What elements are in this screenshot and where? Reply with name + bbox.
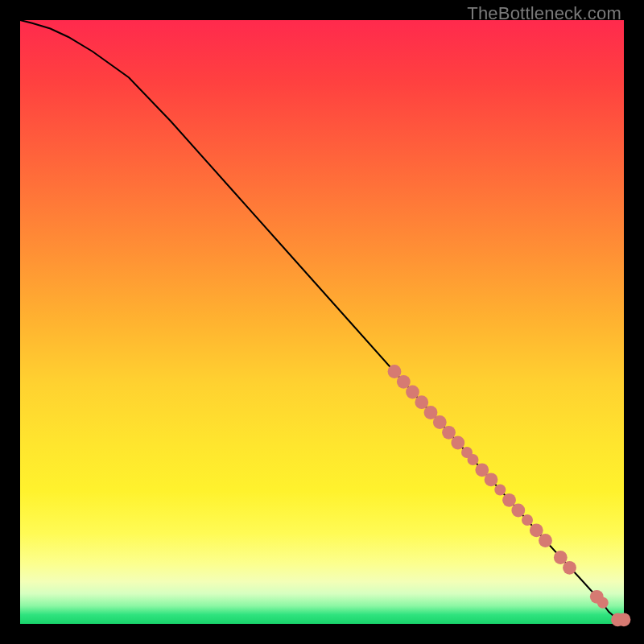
- data-marker: [511, 504, 525, 518]
- data-marker: [539, 534, 552, 547]
- chart-svg: [20, 20, 624, 624]
- watermark-text: TheBottleneck.com: [467, 3, 621, 24]
- data-marker: [554, 551, 568, 564]
- data-marker: [563, 561, 576, 575]
- data-marker: [406, 386, 419, 399]
- data-marker: [485, 473, 498, 486]
- data-marker: [433, 415, 447, 429]
- chart-plot-area: [20, 20, 624, 624]
- data-marker: [388, 365, 402, 378]
- data-marker: [442, 426, 456, 440]
- data-marker: [494, 485, 506, 496]
- data-marker: [468, 454, 479, 465]
- data-marker: [522, 514, 533, 526]
- marker-layer: [388, 365, 631, 626]
- data-marker: [597, 597, 609, 609]
- data-marker: [617, 613, 631, 626]
- data-marker: [502, 493, 516, 507]
- data-marker: [415, 395, 428, 409]
- data-marker: [530, 523, 543, 537]
- data-marker: [451, 436, 464, 450]
- chart-frame: TheBottleneck.com: [0, 0, 644, 644]
- data-marker: [397, 375, 411, 389]
